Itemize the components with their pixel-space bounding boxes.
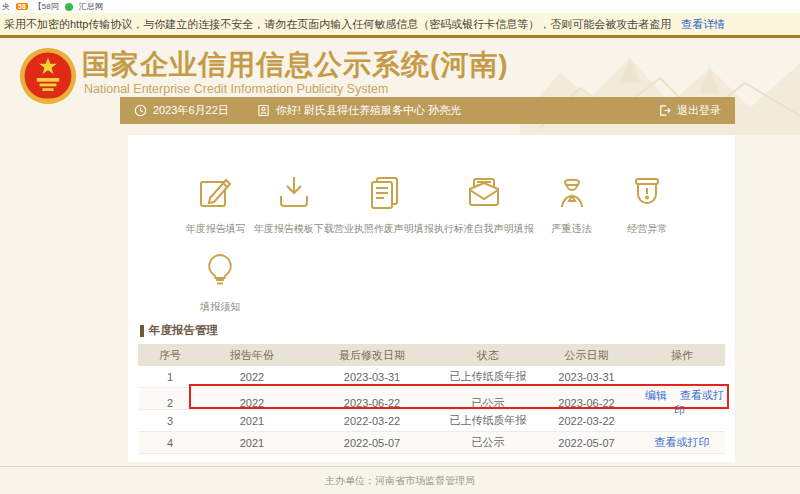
green-dot-icon[interactable]	[65, 3, 73, 11]
section-title-text: 年度报告管理	[149, 323, 218, 338]
warning-details-link[interactable]: 查看详情	[681, 17, 725, 32]
site-subtitle: National Enterprise Credit Information P…	[84, 82, 388, 96]
col-header: 最后修改日期	[302, 348, 442, 363]
site-title: 国家企业信用信息公示系统(河南)	[82, 46, 509, 84]
bookmark-item[interactable]: 汇息网	[79, 1, 103, 12]
action-annual-report-fill[interactable]: 年度报告填写	[178, 173, 254, 236]
annual-report-table: 序号 报告年份 最后修改日期 状态 公示日期 操作 1 2022 2023-03…	[138, 344, 725, 454]
cell-no: 3	[138, 415, 202, 427]
table-row-highlighted: 2 2022 2023-06-22 已公示 2023-06-22 编辑 查看或打…	[138, 388, 725, 410]
logout-icon	[658, 104, 671, 117]
action-license-void-statement[interactable]: 营业执照作废声明填报	[334, 173, 434, 236]
table-row: 3 2021 2022-03-22 已上传纸质年报 2022-03-22	[138, 410, 725, 432]
footer-divider	[0, 466, 800, 467]
action-label: 年度报告模板下载	[254, 222, 334, 236]
action-label: 年度报告填写	[186, 222, 246, 236]
cell-year: 2022	[202, 397, 302, 409]
table-header-row: 序号 报告年份 最后修改日期 状态 公示日期 操作	[138, 344, 725, 366]
edit-link[interactable]: 编辑	[645, 389, 667, 401]
cell-year: 2022	[202, 371, 302, 383]
view-print-link[interactable]: 查看或打印	[655, 436, 710, 448]
58-badge-icon[interactable]: 58	[16, 3, 28, 10]
action-serious-violation[interactable]: 严重违法	[534, 173, 610, 236]
cell-no: 4	[138, 437, 202, 449]
cell-modified: 2022-05-07	[302, 437, 442, 449]
cell-status: 已上传纸质年报	[442, 369, 534, 384]
action-standard-self-declaration[interactable]: 执行标准自我声明填报	[434, 173, 534, 236]
action-label: 营业执照作废声明填报	[334, 222, 434, 236]
edit-icon	[197, 173, 235, 211]
quick-actions-row: 年度报告填写 年度报告模板下载 营业执照作废声明填报	[178, 173, 685, 236]
user-badge-icon	[257, 104, 270, 117]
cell-modified: 2023-03-31	[302, 371, 442, 383]
col-header: 状态	[442, 348, 534, 363]
screen: 央 58 【58同 汇息网 采用不加密的http传输协议，与你建立的连接不安全，…	[0, 0, 800, 494]
cell-no: 2	[138, 397, 202, 409]
cell-status: 已公示	[442, 396, 534, 411]
cell-modified: 2023-06-22	[302, 397, 442, 409]
bulb-icon	[201, 251, 239, 289]
cell-no: 1	[138, 371, 202, 383]
action-label: 执行标准自我声明填报	[434, 222, 534, 236]
action-label: 填报须知	[200, 300, 240, 314]
browser-bookmarks-bar: 央 58 【58同 汇息网	[0, 0, 800, 13]
alert-shield-icon	[628, 173, 666, 211]
col-header: 序号	[138, 348, 202, 363]
logout-button[interactable]: 退出登录	[658, 103, 721, 118]
cell-actions: 查看或打印	[639, 435, 725, 450]
footer-organizer: 主办单位：河南省市场监督管理局	[0, 474, 800, 488]
cell-status: 已上传纸质年报	[442, 413, 534, 428]
user-bar: 2023年6月22日 你好! 尉氏县得仕养殖服务中心 孙亮光 退出登录	[120, 97, 735, 124]
license-icon	[365, 173, 403, 211]
action-business-abnormality[interactable]: 经营异常	[609, 173, 685, 236]
cell-actions: 编辑 查看或打印	[639, 388, 725, 418]
content-card: 年度报告填写 年度报告模板下载 营业执照作废声明填报	[128, 135, 735, 462]
annual-report-section-title: 年度报告管理	[140, 323, 218, 338]
cell-publish: 2022-03-22	[534, 415, 639, 427]
http-warning-bar: 采用不加密的http传输协议，与你建立的连接不安全，请勿在页面内输入任何敏感信息…	[0, 13, 800, 38]
col-header: 报告年份	[202, 348, 302, 363]
logout-label: 退出登录	[677, 103, 721, 118]
cell-year: 2021	[202, 415, 302, 427]
quick-actions-row-2: 填报须知	[178, 251, 685, 314]
view-print-link[interactable]: 查看或打印	[674, 389, 724, 416]
clock-icon	[134, 104, 147, 117]
national-emblem-icon	[18, 46, 78, 106]
cell-publish: 2023-06-22	[534, 397, 639, 409]
action-filing-instructions[interactable]: 填报须知	[178, 251, 263, 314]
bookmark-item[interactable]: 央	[2, 1, 10, 12]
section-marker	[140, 325, 144, 337]
action-template-download[interactable]: 年度报告模板下载	[254, 173, 334, 236]
police-icon	[553, 173, 591, 211]
cell-year: 2021	[202, 437, 302, 449]
cell-modified: 2022-03-22	[302, 415, 442, 427]
col-header: 公示日期	[534, 348, 639, 363]
col-header: 操作	[639, 348, 725, 363]
download-icon	[275, 173, 313, 211]
table-row: 1 2022 2023-03-31 已上传纸质年报 2023-03-31	[138, 366, 725, 388]
action-label: 经营异常	[627, 222, 667, 236]
action-label: 严重违法	[552, 222, 592, 236]
cell-publish: 2023-03-31	[534, 371, 639, 383]
table-row: 4 2021 2022-05-07 已公示 2022-05-07 查看或打印	[138, 432, 725, 454]
cell-status: 已公示	[442, 435, 534, 450]
bookmark-item[interactable]: 【58同	[34, 1, 59, 12]
warning-text: 采用不加密的http传输协议，与你建立的连接不安全，请勿在页面内输入任何敏感信息…	[4, 17, 671, 32]
current-date: 2023年6月22日	[153, 103, 229, 118]
user-greeting: 你好! 尉氏县得仕养殖服务中心 孙亮光	[276, 103, 461, 118]
mail-icon	[465, 173, 503, 211]
cell-publish: 2022-05-07	[534, 437, 639, 449]
